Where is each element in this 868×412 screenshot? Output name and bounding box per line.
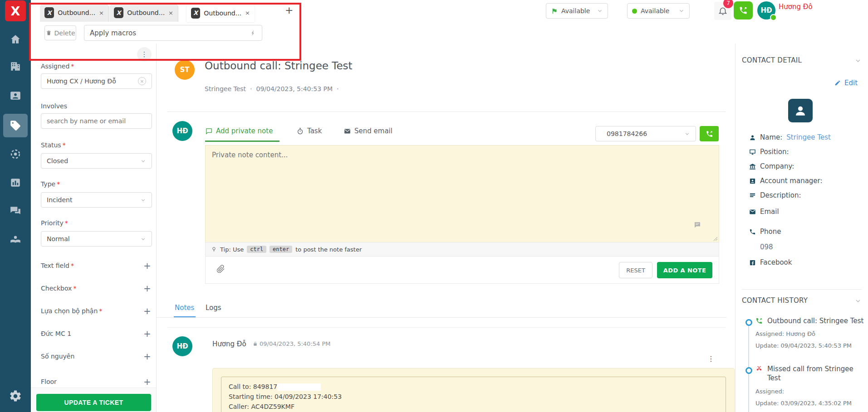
add-field-button[interactable]: + [143, 329, 151, 338]
clear-icon[interactable]: × [138, 77, 146, 85]
notification-badge: 7 [723, 0, 733, 8]
tab-label: Task [307, 127, 322, 135]
update-ticket-button[interactable]: UPDATE A TICKET [36, 394, 151, 411]
note-datetime: 09/04/2023, 5:40:54 PM [260, 340, 331, 347]
resize-handle[interactable] [713, 237, 718, 241]
sidebar-item-settings[interactable] [0, 384, 31, 408]
user-name[interactable]: Hương Đô [779, 3, 813, 11]
add-field-button[interactable]: + [143, 352, 151, 361]
tip-text: Tip: Use [220, 246, 244, 253]
add-field-button[interactable]: + [143, 377, 151, 386]
sidebar-item-campaign[interactable] [0, 142, 31, 166]
type-select[interactable]: Incident [41, 192, 152, 208]
flag-icon [551, 8, 558, 15]
sidebar-item-contacts[interactable] [0, 84, 31, 107]
sidebar-item-chat[interactable] [0, 199, 31, 223]
attachment-paperclip-icon[interactable] [216, 265, 225, 273]
monitor-icon [749, 149, 756, 155]
add-field-button[interactable]: + [143, 261, 151, 270]
make-call-button[interactable] [700, 126, 719, 141]
ticket-toolbar: Delete Apply macros [31, 22, 868, 44]
tab-task[interactable]: Task [296, 127, 322, 135]
user-avatar[interactable]: HĐ [757, 1, 775, 19]
reset-button[interactable]: RESET [619, 262, 652, 278]
history-item-assigned: Assigned: [755, 388, 784, 395]
private-note-textarea[interactable] [206, 145, 719, 242]
app: { "icons": { "x_logo": "X", "close": "×"… [0, 0, 868, 412]
phone-number-select[interactable]: 0981784266 [595, 126, 696, 141]
person-book-icon [10, 233, 21, 245]
status-select[interactable]: Closed [41, 153, 152, 169]
envelope-icon [343, 127, 351, 135]
timeline-dot [745, 319, 752, 326]
panel-more-button[interactable]: ⋮ [137, 47, 152, 62]
required-mark: * [63, 141, 66, 149]
delete-ticket-button[interactable]: Delete [44, 25, 76, 40]
online-status-dot [770, 14, 777, 21]
phone-number-value: 0981784266 [607, 130, 647, 137]
sidebar-item-company[interactable] [0, 54, 31, 78]
facebook-icon [749, 259, 756, 266]
type-value: Incident [47, 196, 72, 204]
edit-contact-link[interactable]: Edit [834, 79, 858, 87]
note-more-button[interactable]: ⋮ [707, 354, 715, 363]
collapse-chevron-icon[interactable] [854, 57, 862, 64]
add-field-button[interactable]: + [143, 284, 151, 293]
notifications-button[interactable]: 7 [714, 2, 731, 20]
tip-bar: Tip: Use ctrl enter to post the note fas… [205, 242, 719, 257]
sidebar-item-reports[interactable] [0, 171, 31, 194]
ticket-contact-name[interactable]: Stringee Test [205, 85, 246, 92]
tab-add-private-note[interactable]: Add private note [205, 127, 273, 135]
close-icon[interactable]: × [245, 10, 250, 16]
close-icon[interactable]: × [168, 10, 173, 16]
sidebar-item-knowledge[interactable] [0, 228, 31, 251]
tab-send-email[interactable]: Send email [343, 127, 392, 135]
apply-macros-select[interactable]: Apply macros [84, 25, 262, 41]
history-item-assigned: Assigned: Hương Đỗ [755, 330, 815, 337]
user-avatar-initials: HĐ [760, 6, 772, 15]
note-bubble-icon [205, 127, 213, 135]
tab-label: Add private note [216, 127, 273, 135]
contact-phone-value[interactable]: 098 [760, 243, 773, 251]
contact-name-value[interactable]: Stringee Test [786, 133, 831, 141]
description-icon [749, 192, 756, 199]
enter-key: enter [270, 246, 292, 253]
target-icon [10, 148, 21, 160]
app-logo[interactable]: X [5, 0, 26, 21]
contact-facebook-row: Facebook [749, 258, 792, 267]
add-field-button[interactable]: + [143, 306, 151, 315]
trash-icon [46, 30, 52, 36]
sidebar-item-tickets-selected[interactable] [3, 114, 28, 137]
history-item-title[interactable]: Missed call from Stringee Test [767, 364, 863, 383]
new-tab-button[interactable]: + [285, 5, 293, 16]
sidebar-item-home[interactable] [0, 28, 31, 51]
contact-company-row: Company: [749, 162, 794, 170]
add-note-button[interactable]: ADD A NOTE [657, 262, 712, 278]
tab-label: Outbound... [127, 9, 165, 16]
history-item-title[interactable]: Outbound call: Stringee Test [767, 316, 865, 325]
close-icon[interactable]: × [99, 10, 104, 16]
ticket-subtitle: Stringee Test · 09/04/2023, 5:40:53 PM · [205, 85, 338, 92]
type-label: Type* [41, 180, 60, 188]
account-manager-label: Account manager: [760, 177, 823, 185]
priority-select[interactable]: Normal [41, 231, 152, 247]
assigned-field[interactable]: Hương CX / Hương Đỗ × [41, 73, 152, 89]
tab-notes-active[interactable]: Notes [175, 304, 194, 312]
home-icon [10, 34, 21, 45]
tab-logs[interactable]: Logs [206, 304, 221, 312]
involves-label: Involves [41, 102, 67, 110]
custom-field-label: Lựa chọn bộ phận* [41, 307, 102, 315]
call-panel-button[interactable] [734, 1, 753, 19]
collapse-chevron-icon[interactable] [854, 297, 862, 305]
ticket-tab-3-active[interactable]: X Outbound... × [186, 4, 255, 22]
note-composer: Tip: Use ctrl enter to post the note fas… [205, 145, 719, 284]
divider [157, 317, 726, 318]
ticket-tab-2[interactable]: X Outbound... × [109, 4, 178, 22]
chevron-down-icon [140, 197, 146, 203]
contact-account-manager-row: Account manager: [749, 177, 823, 185]
status-dropdown-flag[interactable]: Available [546, 3, 608, 19]
chevron-down-icon [140, 236, 146, 242]
ticket-tab-1[interactable]: X Outbound... × [40, 4, 109, 22]
involves-input[interactable] [41, 113, 152, 129]
status-dropdown-agent[interactable]: Available [627, 3, 690, 19]
